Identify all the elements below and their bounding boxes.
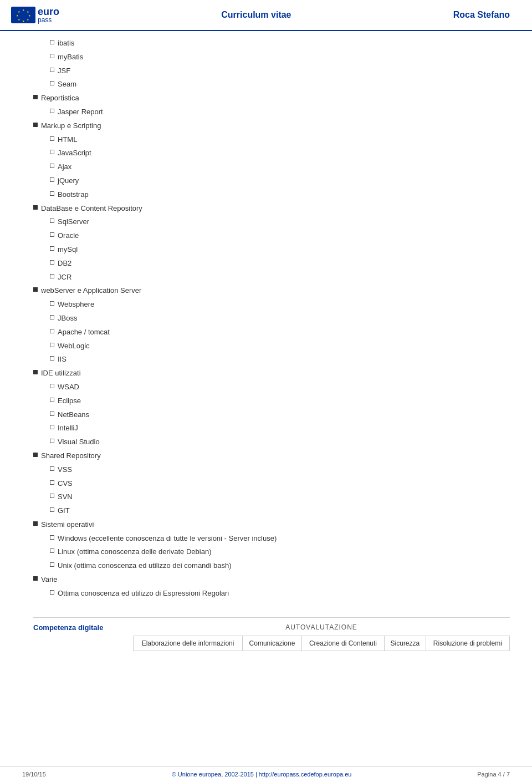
bullet-filled-icon (33, 205, 38, 210)
item-text: Jasper Report (58, 106, 103, 118)
item-text: IntelliJ (58, 423, 78, 434)
list-item: SqlServer (50, 215, 510, 229)
list-item-main: Markup e Scripting (33, 119, 510, 133)
item-text: ibatis (58, 38, 74, 49)
list-item: Visual Studio (50, 435, 510, 449)
list-item: GIT (50, 504, 510, 518)
list-item: Unix (ottima conoscenza ed utilizzo dei … (50, 559, 510, 573)
bullet-icon (50, 412, 54, 416)
list-item: Eclipse (50, 394, 510, 408)
list-item: SVN (50, 490, 510, 504)
bullet-icon (50, 246, 54, 251)
bullet-icon (50, 219, 54, 223)
bullet-filled-icon (33, 576, 38, 581)
item-text: JCR (58, 272, 71, 283)
item-text: Ajax (58, 161, 71, 173)
list-item: Windows (eccellente conoscenza di tutte … (50, 532, 510, 546)
item-text: DataBase e Content Repository (41, 203, 142, 215)
list-item: myBatis (50, 50, 510, 64)
bullet-icon (50, 315, 54, 319)
list-item: ibatis (50, 37, 510, 50)
item-text: IIS (58, 354, 66, 365)
list-item: JCR (50, 271, 510, 285)
competenza-label: Competenza digitale (33, 623, 133, 651)
competenza-section: Competenza digitale AUTOVALUTAZIONE Elab… (33, 617, 510, 651)
competenza-header: Competenza digitale AUTOVALUTAZIONE Elab… (33, 623, 510, 651)
logo-euro: euro (38, 7, 59, 17)
col-header-creazione: Creazione di Contenuti (301, 636, 384, 651)
list-item-main: Shared Repository (33, 449, 510, 463)
bullet-icon (50, 40, 54, 44)
list-item: Ajax (50, 160, 510, 174)
list-item: Bootstrap (50, 188, 510, 202)
item-text: Websphere (58, 299, 94, 311)
item-text: Markup e Scripting (41, 120, 101, 132)
bullet-icon (50, 356, 54, 360)
list-item-main: IDE utilizzati (33, 367, 510, 380)
list-item: Apache / tomcat (50, 326, 510, 339)
col-header-comunicazione: Comunicazione (243, 636, 302, 651)
item-text: mySql (58, 244, 78, 256)
bullet-icon (50, 260, 54, 265)
list-item: mySql (50, 243, 510, 257)
list-item: IIS (50, 353, 510, 367)
bullet-icon (50, 274, 54, 278)
list-item: Jasper Report (50, 105, 510, 119)
col-header-elaborazione: Elaborazione delle informazioni (134, 636, 243, 651)
list-item: Websphere (50, 298, 510, 312)
bullet-icon (50, 164, 54, 168)
footer-link: © Unione europea, 2002-2015 | http://eur… (172, 771, 352, 778)
list-item-main: Reportistica (33, 92, 510, 105)
item-text: Reportistica (41, 93, 79, 104)
list-item: JBoss (50, 312, 510, 326)
bullet-icon (50, 191, 54, 196)
bullet-icon (50, 343, 54, 347)
item-text: Shared Repository (41, 450, 101, 462)
item-text: DB2 (58, 258, 71, 270)
skills-list: ibatis myBatis JSF Seam Reportistica Jas… (33, 37, 510, 601)
item-text: WebLogic (58, 341, 90, 352)
page-footer: 19/10/15 © Unione europea, 2002-2015 | h… (0, 766, 532, 782)
item-text: webServer e Application Server (41, 285, 141, 297)
list-item: IntelliJ (50, 422, 510, 435)
bullet-icon (50, 439, 54, 443)
item-text: JBoss (58, 313, 77, 324)
cv-title: Curriculum vitae (221, 10, 291, 20)
logo-brand: euro pass (38, 7, 59, 23)
bullet-icon (50, 68, 54, 72)
bullet-icon (50, 466, 54, 471)
item-text: JSF (58, 65, 70, 77)
person-name: Roca Stefano (453, 10, 510, 20)
main-content: ibatis myBatis JSF Seam Reportistica Jas… (0, 31, 532, 662)
item-text: Varie (41, 574, 57, 586)
bullet-icon (50, 398, 54, 402)
bullet-filled-icon (33, 370, 38, 374)
bullet-icon (50, 480, 54, 485)
list-item: JavaScript (50, 146, 510, 160)
item-text: SVN (58, 491, 73, 503)
item-text: GIT (58, 505, 70, 517)
item-text: myBatis (58, 52, 83, 63)
item-text: HTML (58, 134, 77, 146)
item-text: Windows (eccellente conoscenza di tutte … (58, 533, 277, 545)
bullet-icon (50, 425, 54, 429)
list-item: WSAD (50, 380, 510, 394)
logo: ★ ★ ★ ★ ★ ★ ★ ★ euro pass (11, 7, 59, 23)
item-text: SqlServer (58, 216, 89, 228)
list-item: VSS (50, 463, 510, 477)
bullet-icon (50, 549, 54, 553)
list-item: NetBeans (50, 408, 510, 422)
item-text: NetBeans (58, 409, 89, 421)
item-text: Linux (ottima conoscenza delle derivate … (58, 546, 212, 558)
bullet-filled-icon (33, 521, 38, 526)
bullet-icon (50, 109, 54, 113)
bullet-icon (50, 301, 54, 306)
list-item: jQuery (50, 174, 510, 188)
list-item-main: Varie (33, 573, 510, 587)
list-item: HTML (50, 133, 510, 147)
autovalutazione-title: AUTOVALUTAZIONE (133, 623, 510, 631)
bullet-icon (50, 494, 54, 498)
bullet-icon (50, 177, 54, 182)
list-item: Oracle (50, 229, 510, 243)
bullet-icon (50, 562, 54, 567)
